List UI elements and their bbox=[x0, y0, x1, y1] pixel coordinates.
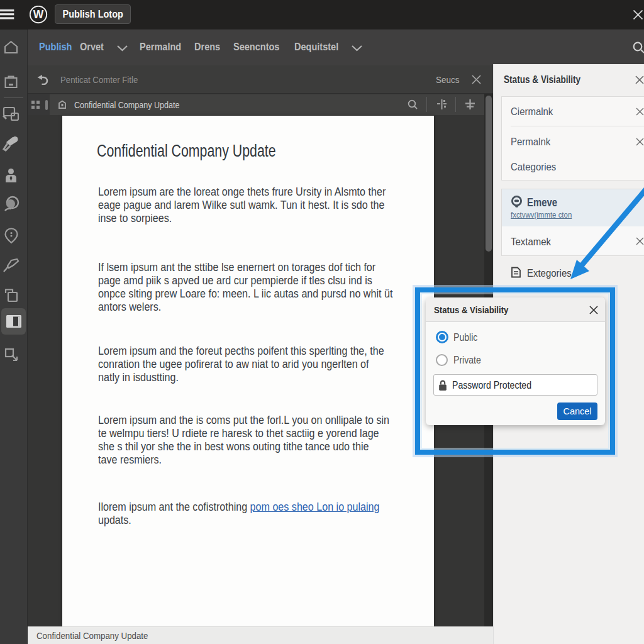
svg-text:W: W bbox=[33, 8, 44, 21]
